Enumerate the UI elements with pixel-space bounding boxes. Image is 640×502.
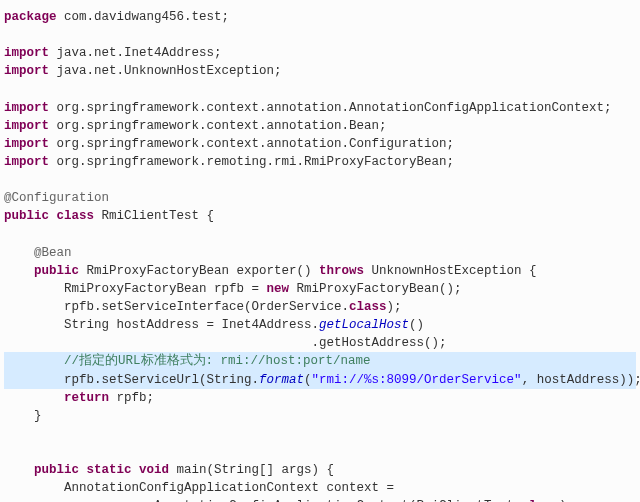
code-line: AnnotationConfigApplicationContext conte… <box>4 479 636 497</box>
code-line: import org.springframework.remoting.rmi.… <box>4 153 636 171</box>
code-line: import org.springframework.context.annot… <box>4 117 636 135</box>
code-line: public static void main(String[] args) { <box>4 461 636 479</box>
code-line: import java.net.UnknownHostException; <box>4 62 636 80</box>
code-line: public class RmiClientTest { <box>4 207 636 225</box>
code-line: @Bean <box>4 244 636 262</box>
code-line: rpfb.setServiceInterface(OrderService.cl… <box>4 298 636 316</box>
code-line-highlighted: rpfb.setServiceUrl(String.format("rmi://… <box>4 371 636 389</box>
code-line: package com.davidwang456.test; <box>4 8 636 26</box>
blank-line <box>4 226 636 244</box>
code-line: public RmiProxyFactoryBean exporter() th… <box>4 262 636 280</box>
code-line: .getHostAddress(); <box>4 334 636 352</box>
code-line: String hostAddress = Inet4Address.getLoc… <box>4 316 636 334</box>
blank-line <box>4 425 636 443</box>
code-line-highlighted: //指定的URL标准格式为: rmi://host:port/name <box>4 352 636 370</box>
code-line: } <box>4 407 636 425</box>
blank-line <box>4 171 636 189</box>
blank-line <box>4 26 636 44</box>
code-line: return rpfb; <box>4 389 636 407</box>
code-line: @Configuration <box>4 189 636 207</box>
code-line: RmiProxyFactoryBean rpfb = new RmiProxyF… <box>4 280 636 298</box>
code-line: new AnnotationConfigApplicationContext(R… <box>4 497 636 502</box>
blank-line <box>4 81 636 99</box>
code-block: package com.davidwang456.test; import ja… <box>4 8 636 502</box>
blank-line <box>4 443 636 461</box>
code-line: import java.net.Inet4Address; <box>4 44 636 62</box>
code-line: import org.springframework.context.annot… <box>4 135 636 153</box>
code-line: import org.springframework.context.annot… <box>4 99 636 117</box>
